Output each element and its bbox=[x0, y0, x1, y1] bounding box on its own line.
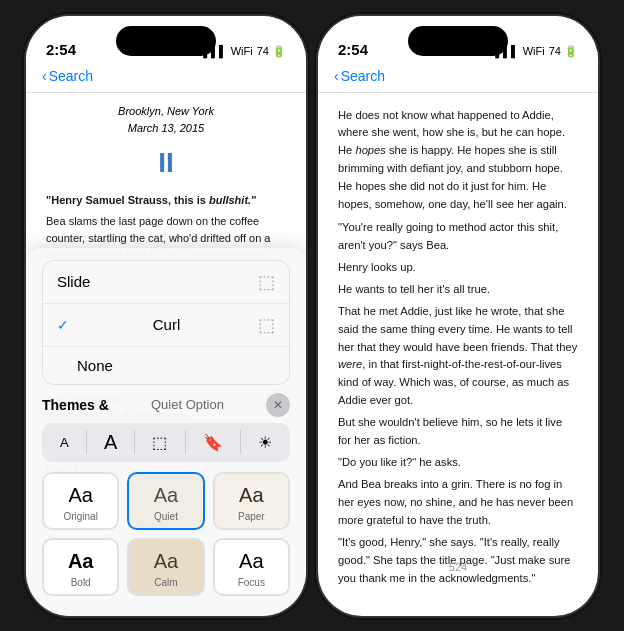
divider-3 bbox=[185, 430, 186, 454]
dynamic-island-right bbox=[408, 26, 508, 56]
theme-grid: Aa Original Aa Quiet Aa Paper Aa Bold Aa bbox=[42, 472, 290, 596]
back-chevron-icon-right: ‹ bbox=[334, 68, 339, 84]
theme-paper-label: Paper bbox=[238, 511, 265, 522]
theme-quiet[interactable]: Aa Quiet bbox=[127, 472, 204, 530]
brightness-icon[interactable]: ☀ bbox=[252, 431, 278, 454]
back-label-right: Search bbox=[341, 68, 385, 84]
dynamic-island bbox=[116, 26, 216, 56]
theme-quiet-aa: Aa bbox=[154, 484, 178, 507]
book-para-6: But she wouldn't believe him, so he lets… bbox=[338, 414, 578, 450]
curl-icon: ⬚ bbox=[258, 314, 275, 336]
time-left: 2:54 bbox=[46, 41, 76, 58]
divider-1 bbox=[86, 430, 87, 454]
time-right: 2:54 bbox=[338, 41, 368, 58]
battery-right: 74 🔋 bbox=[549, 45, 578, 58]
theme-calm-label: Calm bbox=[154, 577, 177, 588]
status-icons-left: ▌▌▌ WiFi 74 🔋 bbox=[203, 45, 286, 58]
status-icons-right: ▌▌▌ WiFi 74 🔋 bbox=[495, 45, 578, 58]
divider-2 bbox=[134, 430, 135, 454]
page-number: 524 bbox=[449, 559, 467, 577]
chapter-number: II bbox=[46, 141, 286, 184]
book-date: March 13, 2015 bbox=[46, 120, 286, 137]
curl-label: Curl bbox=[153, 316, 181, 333]
back-button-left[interactable]: ‹ Search bbox=[42, 68, 290, 84]
slide-label: Slide bbox=[57, 273, 90, 290]
back-button-right[interactable]: ‹ Search bbox=[334, 68, 582, 84]
theme-quiet-label: Quiet bbox=[154, 511, 178, 522]
book-location: Brooklyn, New York bbox=[46, 103, 286, 120]
book-para-10: "What?" bbox=[338, 592, 578, 593]
quiet-option-label: Quiet Option bbox=[151, 397, 224, 412]
left-phone: 2:54 ▌▌▌ WiFi 74 🔋 ‹ Search Brooklyn, Ne… bbox=[26, 16, 306, 616]
font-increase-button[interactable]: A bbox=[98, 429, 123, 456]
font-format-icon[interactable]: ⬚ bbox=[146, 431, 173, 454]
theme-focus[interactable]: Aa Focus bbox=[213, 538, 290, 596]
nav-bar-right: ‹ Search bbox=[318, 64, 598, 93]
book-para-4: He wants to tell her it's all true. bbox=[338, 281, 578, 299]
theme-original-aa: Aa bbox=[68, 484, 92, 507]
menu-item-curl[interactable]: ✓ Curl ⬚ bbox=[43, 304, 289, 347]
theme-bold[interactable]: Aa Bold bbox=[42, 538, 119, 596]
theme-paper-aa: Aa bbox=[239, 484, 263, 507]
battery-left: 74 🔋 bbox=[257, 45, 286, 58]
menu-item-none[interactable]: None bbox=[43, 347, 289, 384]
book-content-right: He does not know what happened to Addie,… bbox=[318, 93, 598, 593]
theme-paper[interactable]: Aa Paper bbox=[213, 472, 290, 530]
font-decrease-button[interactable]: A bbox=[54, 433, 75, 452]
book-para-8: And Bea breaks into a grin. There is no … bbox=[338, 476, 578, 530]
theme-focus-label: Focus bbox=[238, 577, 265, 588]
theme-calm-aa: Aa bbox=[154, 550, 178, 573]
wifi-icon-right: WiFi bbox=[523, 45, 545, 57]
check-icon: ✓ bbox=[57, 317, 69, 333]
theme-calm[interactable]: Aa Calm bbox=[127, 538, 204, 596]
themes-header: Themes & Quiet Option ✕ bbox=[42, 393, 290, 417]
theme-original-label: Original bbox=[63, 511, 97, 522]
close-button[interactable]: ✕ bbox=[266, 393, 290, 417]
book-para-2: "You're really going to method actor thi… bbox=[338, 219, 578, 255]
back-chevron-icon: ‹ bbox=[42, 68, 47, 84]
phones-container: 2:54 ▌▌▌ WiFi 74 🔋 ‹ Search Brooklyn, Ne… bbox=[26, 16, 598, 616]
bookmark-icon[interactable]: 🔖 bbox=[197, 431, 229, 454]
book-para-3: Henry looks up. bbox=[338, 259, 578, 277]
book-para-1: He does not know what happened to Addie,… bbox=[338, 107, 578, 215]
theme-focus-aa: Aa bbox=[239, 550, 263, 573]
none-label: None bbox=[77, 357, 113, 374]
overlay-panel: Slide ⬚ ✓ Curl ⬚ None Themes & Quiet Opt… bbox=[26, 248, 306, 616]
slide-icon: ⬚ bbox=[258, 271, 275, 293]
theme-bold-label: Bold bbox=[71, 577, 91, 588]
menu-item-slide[interactable]: Slide ⬚ bbox=[43, 261, 289, 304]
theme-original[interactable]: Aa Original bbox=[42, 472, 119, 530]
font-controls: A A ⬚ 🔖 ☀ bbox=[42, 423, 290, 462]
back-label-left: Search bbox=[49, 68, 93, 84]
theme-bold-aa: Aa bbox=[68, 550, 94, 573]
book-header: Brooklyn, New York March 13, 2015 bbox=[46, 103, 286, 137]
nav-bar-left: ‹ Search bbox=[26, 64, 306, 93]
themes-title: Themes & bbox=[42, 397, 109, 413]
slide-menu: Slide ⬚ ✓ Curl ⬚ None bbox=[42, 260, 290, 385]
wifi-icon: WiFi bbox=[231, 45, 253, 57]
book-para-5: That he met Addie, just like he wrote, t… bbox=[338, 303, 578, 411]
divider-4 bbox=[240, 430, 241, 454]
right-phone: 2:54 ▌▌▌ WiFi 74 🔋 ‹ Search He does not … bbox=[318, 16, 598, 616]
book-para-7: "Do you like it?" he asks. bbox=[338, 454, 578, 472]
